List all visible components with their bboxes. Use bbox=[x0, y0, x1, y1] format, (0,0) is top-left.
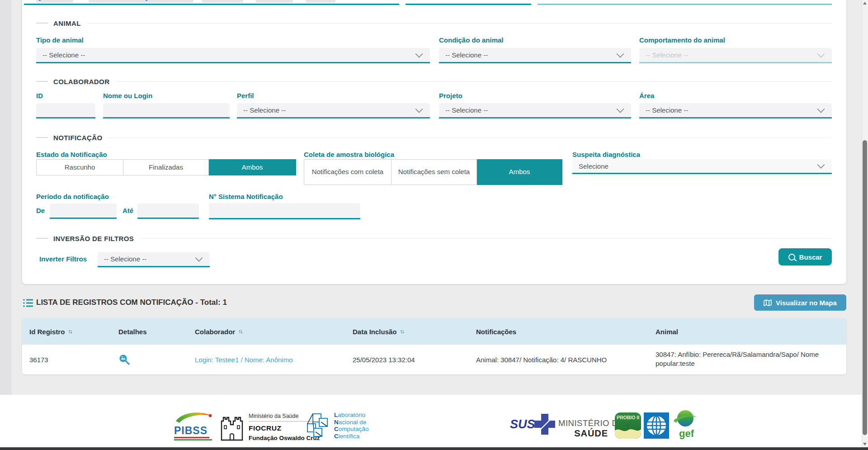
select-value: -- Selecione -- bbox=[646, 106, 688, 114]
label-tipo-de-animal: Tipo de animal bbox=[36, 36, 84, 45]
column-header-detalhes: Detalhes bbox=[118, 318, 147, 345]
chevron-down-icon bbox=[617, 105, 624, 113]
select-condicao-do-animal[interactable]: -- Selecione -- bbox=[439, 48, 631, 63]
label-de: De bbox=[36, 207, 45, 216]
input-nome-ou-login[interactable] bbox=[103, 103, 230, 118]
label-condicao-do-animal: Condição do animal bbox=[439, 36, 504, 45]
filter-chip[interactable] bbox=[255, 0, 293, 3]
screen: ANIMAL Tipo de animal Condição do animal… bbox=[0, 0, 868, 450]
footer: PIBSS Ministério da Saúde FIOCRUZ Fundaç… bbox=[0, 395, 862, 447]
fiocruz-castle-icon bbox=[220, 412, 244, 441]
select-perfil[interactable]: -- Selecione -- bbox=[237, 103, 430, 118]
section-title: INVERSÃO DE FILTROS bbox=[53, 235, 134, 242]
cell-id-registro: 36173 bbox=[29, 345, 97, 374]
buscar-label: Buscar bbox=[799, 253, 822, 261]
lncc-line: Científica bbox=[334, 433, 369, 440]
chevron-down-icon bbox=[817, 50, 825, 57]
sus-cross-icon bbox=[533, 413, 556, 436]
scrollbar-up-arrow[interactable] bbox=[863, 2, 867, 5]
section-dash bbox=[36, 137, 48, 138]
toggle-option-ambos-coleta[interactable]: Ambos bbox=[477, 159, 562, 185]
world-bank-globe-icon bbox=[644, 412, 669, 439]
section-header-inversao: INVERSÃO DE FILTROS bbox=[36, 234, 832, 242]
select-projeto[interactable]: -- Selecione -- bbox=[439, 103, 631, 118]
lncc-cube-icon bbox=[306, 412, 330, 440]
scrollbar-down-arrow[interactable] bbox=[863, 443, 867, 445]
chip-marker-icon bbox=[146, 0, 147, 1]
cell-notificacoes: Animal: 30847/ Notificação: 4/ RASCUNHO bbox=[476, 345, 648, 374]
select-value: -- Selecione -- bbox=[243, 106, 286, 114]
truncated-field-underline-disabled bbox=[538, 4, 832, 5]
sus-wordmark: SUS bbox=[510, 417, 535, 431]
chevron-down-icon bbox=[415, 105, 423, 113]
filter-chip[interactable] bbox=[202, 0, 243, 3]
sort-icon[interactable]: ↑↓ bbox=[400, 328, 404, 335]
cell-detalhes bbox=[118, 345, 173, 374]
visualizar-no-mapa-button[interactable]: Visualizar no Mapa bbox=[754, 294, 846, 311]
input-numero-sistema[interactable] bbox=[209, 203, 360, 219]
label-area: Área bbox=[639, 92, 654, 101]
cell-data-inclusao: 25/05/2023 13:32:04 bbox=[353, 345, 468, 374]
filter-chip[interactable] bbox=[306, 0, 335, 3]
input-periodo-ate[interactable] bbox=[137, 204, 199, 219]
section-rule bbox=[109, 137, 832, 138]
sort-icon[interactable]: ↑↓ bbox=[68, 328, 71, 335]
filter-chip[interactable] bbox=[89, 0, 193, 3]
toggle-option-rascunho[interactable]: Rascunho bbox=[36, 159, 123, 175]
toggle-estado-notificacao: Rascunho Finalizadas Ambos bbox=[36, 159, 296, 175]
gef-wordmark: gef bbox=[679, 429, 697, 438]
table-header-row: Id Registro ↑↓ Detalhes Colaborador ↑↓ D… bbox=[22, 318, 846, 345]
toggle-option-sem-coleta[interactable]: Notificações sem coleta bbox=[392, 159, 477, 185]
column-header-data-inclusao[interactable]: Data Inclusão ↑↓ bbox=[353, 318, 404, 345]
select-suspeita-diagnostica[interactable]: Selecione bbox=[572, 159, 832, 174]
select-comportamento-do-animal: -- Selecione -- bbox=[639, 48, 832, 63]
label-numero-sistema: N° Sistema Notificação bbox=[209, 193, 283, 202]
sort-icon[interactable]: ↑↓ bbox=[238, 328, 242, 335]
toggle-option-com-coleta[interactable]: Notificações com coleta bbox=[304, 159, 392, 185]
chevron-down-icon bbox=[617, 50, 624, 57]
chevron-down-icon bbox=[195, 254, 203, 261]
ministerio-line2: SAÚDE bbox=[558, 428, 624, 439]
section-header-colaborador: COLABORADOR bbox=[36, 77, 832, 85]
cell-animal: 30847: Anfíbio: Perereca/Rã/Salamandra/S… bbox=[656, 345, 833, 380]
select-value: -- Selecione -- bbox=[104, 255, 146, 263]
search-icon bbox=[788, 254, 795, 261]
column-header-id-registro[interactable]: Id Registro ↑↓ bbox=[29, 318, 71, 345]
filter-chip[interactable] bbox=[36, 0, 73, 3]
buscar-button[interactable]: Buscar bbox=[778, 248, 832, 265]
input-id[interactable] bbox=[36, 103, 95, 118]
label-nome-ou-login: Nome ou Login bbox=[103, 92, 152, 101]
lncc-logo-text: Laboratório Nacional de Computação Cient… bbox=[334, 412, 369, 440]
section-title: NOTIFICAÇÃO bbox=[53, 134, 103, 142]
chevron-down-icon bbox=[817, 161, 825, 169]
section-rule bbox=[140, 238, 832, 239]
lncc-line: Laboratório bbox=[334, 412, 369, 419]
section-rule bbox=[87, 23, 832, 24]
column-header-colaborador[interactable]: Colaborador ↑↓ bbox=[195, 318, 242, 345]
gef-logo: gef bbox=[672, 408, 697, 440]
pibss-subtitle-line bbox=[174, 439, 212, 441]
column-header-notificacoes: Notificações bbox=[476, 318, 516, 345]
select-value: -- Selecione -- bbox=[445, 106, 488, 114]
select-value: Selecione bbox=[579, 162, 609, 170]
toggle-coleta-amostra: Notificações com coleta Notificações sem… bbox=[304, 159, 562, 185]
chevron-down-icon bbox=[817, 105, 825, 113]
label-perfil: Perfil bbox=[237, 92, 254, 101]
toggle-option-ambos-estado[interactable]: Ambos bbox=[209, 159, 296, 175]
label-suspeita-diagnostica: Suspeita diagnóstica bbox=[572, 151, 640, 160]
scrollbar-thumb[interactable] bbox=[863, 140, 867, 435]
details-zoom-icon[interactable] bbox=[118, 354, 131, 366]
section-dash bbox=[36, 23, 48, 24]
chip-marker-icon bbox=[39, 0, 41, 1]
select-inverter-filtros[interactable]: -- Selecione -- bbox=[98, 252, 210, 267]
input-periodo-de[interactable] bbox=[50, 204, 117, 219]
lncc-line: Nacional de bbox=[334, 419, 369, 426]
chevron-down-icon bbox=[415, 50, 423, 57]
toggle-option-finalizadas[interactable]: Finalizadas bbox=[123, 159, 209, 175]
column-header-animal: Animal bbox=[656, 318, 678, 345]
select-tipo-de-animal[interactable]: -- Selecione -- bbox=[36, 48, 430, 63]
pibss-subtitle-line bbox=[174, 437, 209, 438]
select-area[interactable]: -- Selecione -- bbox=[639, 103, 832, 118]
pibss-bird-icon bbox=[174, 410, 215, 424]
cell-colaborador-link[interactable]: Login: Testee1 / Nome: Anônimo bbox=[195, 345, 344, 374]
